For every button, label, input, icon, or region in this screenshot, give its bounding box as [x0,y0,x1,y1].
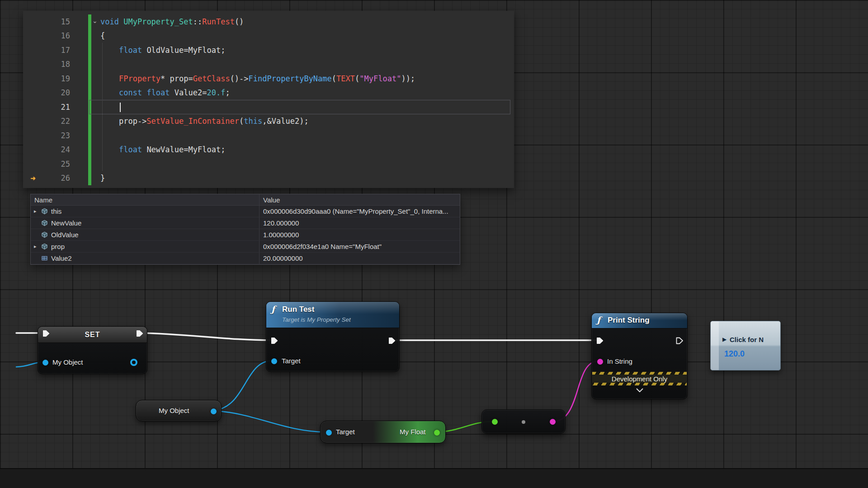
line-number: 15 [43,17,70,26]
expand-arrow-icon[interactable]: ▸ [34,208,41,214]
watch-variable-value[interactable]: 20.00000000 [259,253,460,264]
field-icon [41,255,48,262]
node-run-test[interactable]: ƒ Run Test Target is My Property Set Tar… [266,301,400,372]
run-test-subtitle: Target is My Property Set [282,316,351,323]
watch-variable-value[interactable]: 1.00000000 [259,229,460,240]
exec-wire-set-to-run-test[interactable] [140,333,273,340]
node-set-my-object[interactable]: SET My Object [38,326,147,374]
cube-icon [41,231,48,238]
my-object-pin-label: My Object [52,358,83,366]
in-string-pin-label: In String [607,357,632,365]
exec-out-pin[interactable] [676,337,684,344]
watch-variable-name: OldValue [51,231,79,239]
watch-variable-value[interactable]: 0x000006d2f034e1a0 Name="MyFloat" [259,241,460,252]
development-only-label: Development Only [592,375,687,383]
watch-variable-value[interactable]: 0x000006d30d90aaa0 (Name="MyProperty_Set… [259,206,460,217]
exec-in-pin[interactable] [42,330,50,337]
watch-name-cell: Value2 [31,253,259,264]
expand-node-chevron-icon[interactable] [636,388,643,392]
watch-name-cell: ▸this [31,206,259,217]
line-number: 17 [43,46,70,55]
watch-window[interactable]: Name Value ▸this0x000006d30d90aaa0 (Name… [30,194,460,265]
line-number: 19 [43,74,70,83]
function-icon: ƒ [271,304,275,314]
debug-watch-bubble[interactable]: ▶ Click for N 120.0 [710,321,781,371]
unreal-blueprint-editor: SET My Object ƒ Run Test Target is My Pr… [0,0,868,488]
my-float-pin-label: My Float [400,428,426,436]
code-text[interactable]: float NewValue=MyFloat; [70,145,225,154]
my-object-input-pin[interactable] [42,360,48,366]
code-line-25[interactable]: 25 [23,157,514,171]
cube-icon [41,243,48,250]
code-line-17[interactable]: 17 float OldValue=MyFloat; [23,43,514,57]
node-float-to-string-conversion[interactable] [481,409,566,434]
line-number: 22 [43,117,70,126]
watch-column-name[interactable]: Name [31,194,259,205]
code-text[interactable] [70,102,121,112]
code-text[interactable]: float OldValue=MyFloat; [70,46,225,55]
code-line-21[interactable]: 21 [23,100,514,114]
object-wire-my-object-to-run-test-target[interactable] [213,361,273,411]
cube-icon [41,220,48,226]
in-string-input-pin[interactable] [597,359,603,365]
target-input-pin[interactable] [271,358,277,364]
watch-row-this[interactable]: ▸this0x000006d30d90aaa0 (Name="MyPropert… [31,206,460,217]
watch-row-OldValue[interactable]: OldValue1.00000000 [31,229,460,241]
line-number: 21 [43,103,70,112]
watch-column-value[interactable]: Value [259,194,460,205]
line-number: 16 [43,31,70,40]
node-print-string[interactable]: ƒ Print String In String Development Onl… [591,313,688,399]
object-wire-my-object-to-get-my-float-target[interactable] [213,411,326,432]
conversion-input-pin[interactable] [492,419,498,425]
code-line-26[interactable]: ➜26} [23,171,514,186]
code-line-19[interactable]: 19 FProperty* prop=GetClass()->FindPrope… [23,71,514,86]
my-object-output-pin[interactable] [211,408,217,414]
node-get-my-float[interactable]: Target My Float [320,421,446,443]
exec-out-pin[interactable] [136,330,144,337]
expand-arrow-icon[interactable]: ▸ [34,244,41,249]
code-line-18[interactable]: 18 [23,57,514,72]
exec-in-pin[interactable] [271,337,278,344]
line-number: 23 [43,131,70,140]
watch-variable-name: this [51,207,61,215]
watch-rows: ▸this0x000006d30d90aaa0 (Name="MyPropert… [31,206,460,264]
print-string-title: Print String [608,316,650,325]
code-text[interactable]: FProperty* prop=GetClass()->FindProperty… [70,74,415,83]
my-float-output-pin[interactable] [434,430,440,436]
code-text[interactable]: void UMyProperty_Set::RunTest() [70,17,244,26]
bottom-band [0,468,868,488]
watch-name-cell: NewValue [31,217,259,229]
line-number: 18 [43,60,70,69]
conversion-output-pin[interactable] [550,419,556,425]
code-line-22[interactable]: 22 prop->SetValue_InContainer(this,&Valu… [23,114,514,129]
exec-in-pin[interactable] [596,337,604,344]
code-text[interactable]: prop->SetValue_InContainer(this,&Value2)… [70,117,309,126]
target-pin-label: Target [336,428,355,436]
target-input-pin[interactable] [326,430,332,436]
code-line-23[interactable]: 23 [23,128,514,143]
watch-row-Value2[interactable]: Value220.00000000 [31,253,460,264]
code-line-24[interactable]: 24 float NewValue=MyFloat; [23,143,514,157]
watch-name-cell: OldValue [31,229,259,240]
node-get-my-object[interactable]: My Object [136,400,222,422]
code-line-16[interactable]: 16{ [23,29,514,43]
code-text[interactable]: } [70,174,105,183]
my-object-getter-label: My Object [159,407,189,414]
watch-variable-name: prop [51,243,65,250]
line-number: 26 [43,174,70,183]
code-line-15[interactable]: 15void UMyProperty_Set::RunTest() [23,14,514,29]
line-number: 20 [43,88,70,97]
code-editor-panel[interactable]: ⌄ 15void UMyProperty_Set::RunTest()16{17… [23,11,514,188]
current-statement-arrow-icon[interactable]: ➜ [23,173,43,183]
watch-variable-value[interactable]: 120.000000 [259,217,460,229]
code-text[interactable]: { [70,31,105,40]
set-output-pin[interactable] [130,359,137,366]
bubble-label: Click for N [730,336,764,343]
code-text[interactable]: const float Value2=20.f; [70,88,230,97]
watch-row-NewValue[interactable]: NewValue120.000000 [31,217,460,229]
watch-row-prop[interactable]: ▸prop0x000006d2f034e1a0 Name="MyFloat" [31,241,460,253]
watch-header: Name Value [31,194,460,206]
exec-out-pin[interactable] [388,337,396,344]
code-line-20[interactable]: 20 const float Value2=20.f; [23,86,514,100]
conversion-dot-icon [522,420,525,424]
